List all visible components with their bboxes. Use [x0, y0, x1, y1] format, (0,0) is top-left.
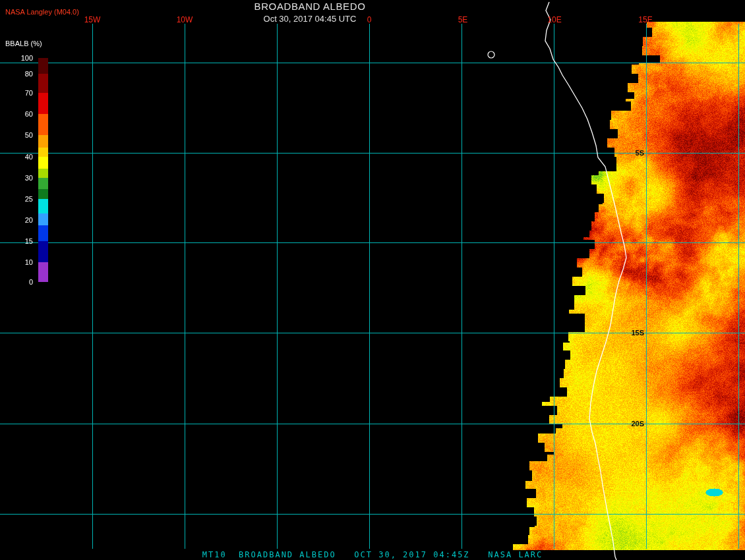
colorbar-tick-100: 100: [5, 54, 33, 62]
colorbar-segment-5: [38, 148, 48, 157]
colorbar-segment-6: [38, 157, 48, 169]
footer-caption: MT10 BROADBAND ALBEDO OCT 30, 2017 04:45…: [202, 550, 543, 559]
lon-label-0: 0: [367, 15, 372, 24]
colorbar-segment-14: [38, 262, 48, 282]
colorbar-tick-70: 70: [5, 89, 33, 97]
colorbar-segment-12: [38, 225, 48, 241]
lon-label-10W: 10W: [177, 15, 193, 24]
colorbar-segment-11: [38, 213, 48, 225]
colorbar-tick-0: 0: [5, 278, 33, 286]
colorbar-segment-13: [38, 241, 48, 262]
colorbar-tick-10: 10: [5, 258, 33, 266]
coastline: [545, 2, 626, 560]
colorbar-tick-50: 50: [5, 131, 33, 139]
colorbar-segment-4: [38, 135, 48, 148]
colorbar-tick-60: 60: [5, 110, 33, 118]
lon-label-15E: 15E: [638, 15, 652, 24]
colorbar-units-label: BBALB (%): [5, 40, 42, 47]
lat-label-15S: 15S: [631, 329, 644, 337]
map-datetime: Oct 30, 2017 04:45 UTC: [254, 14, 366, 24]
colorbar-tick-15: 15: [5, 237, 33, 245]
lon-label-15W: 15W: [84, 15, 101, 24]
colorbar-tick-20: 20: [5, 216, 33, 224]
map-overlay: [0, 0, 745, 560]
lon-label-10E: 10E: [547, 15, 561, 24]
colorbar-segment-10: [38, 199, 48, 213]
colorbar-segment-2: [38, 93, 48, 114]
colorbar-tick-30: 30: [5, 174, 33, 182]
albedo-map: BROADBAND ALBEDO Oct 30, 2017 04:45 UTC …: [0, 0, 745, 560]
colorbar-segment-9: [38, 189, 48, 199]
colorbar-segment-1: [38, 74, 48, 93]
colorbar-tick-40: 40: [5, 153, 33, 161]
map-title: BROADBAND ALBEDO: [254, 1, 366, 12]
lat-label-5S: 5S: [636, 149, 644, 157]
colorbar-segment-0: [38, 58, 48, 74]
colorbar-tick-25: 25: [5, 195, 33, 203]
colorbar-tick-80: 80: [5, 70, 33, 78]
colorbar-segment-8: [38, 178, 48, 189]
producer-label: NASA Langley (M04.0): [5, 8, 79, 16]
map-title-block: BROADBAND ALBEDO Oct 30, 2017 04:45 UTC: [254, 1, 366, 24]
lon-label-5E: 5E: [458, 15, 468, 24]
lat-label-20S: 20S: [631, 420, 644, 428]
island-outline: [488, 51, 494, 58]
colorbar-segment-3: [38, 114, 48, 135]
colorbar-segment-7: [38, 169, 48, 178]
